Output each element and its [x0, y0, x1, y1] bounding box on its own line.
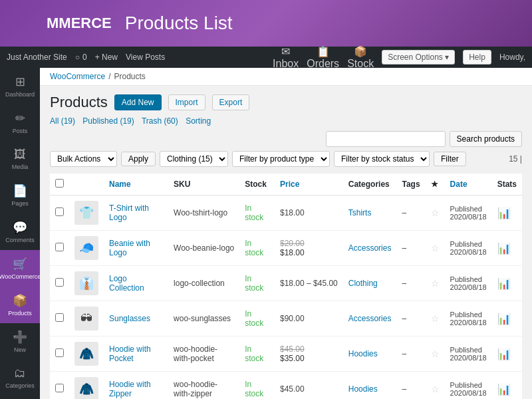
product-categories-cell[interactable]: Hoodies	[343, 336, 397, 372]
product-name-cell[interactable]: T-Shirt with Logo	[104, 196, 168, 231]
inbox-icon-group[interactable]: ✉ Inbox	[273, 45, 299, 70]
price-header[interactable]: Price	[275, 174, 343, 196]
product-name-cell[interactable]: Beanie with Logo	[104, 231, 168, 266]
product-type-select[interactable]: Filter by product type	[232, 151, 330, 167]
sidebar-item-dashboard[interactable]: ⊞ Dashboard	[0, 68, 40, 104]
name-header[interactable]: Name	[104, 174, 168, 196]
row-checkbox[interactable]	[55, 207, 64, 216]
sidebar-item-comments[interactable]: 💬 Comments	[0, 213, 40, 250]
name-sort-link[interactable]: Name	[109, 180, 131, 189]
sidebar-item-products[interactable]: 📦 Products	[0, 287, 40, 323]
product-featured-cell[interactable]: ☆	[426, 266, 445, 301]
row-checkbox[interactable]	[55, 348, 64, 357]
price-sort-link[interactable]: Price	[280, 180, 299, 189]
new-link[interactable]: + New	[95, 53, 118, 62]
product-name-link[interactable]: Hoodie with Pocket	[109, 344, 151, 363]
filter-button[interactable]: Filter	[434, 152, 466, 166]
row-checkbox-cell[interactable]	[50, 301, 69, 336]
sidebar-item-new[interactable]: ➕ New	[0, 323, 40, 360]
product-stats-cell[interactable]: 📊	[492, 196, 522, 231]
product-stats-cell[interactable]: 📊	[492, 266, 522, 301]
row-checkbox[interactable]	[55, 384, 64, 392]
product-featured-cell[interactable]: ☆	[426, 336, 445, 372]
bulk-actions-select[interactable]: Bulk Actions	[50, 151, 117, 167]
product-categories-cell[interactable]: Accessories	[343, 301, 397, 336]
category-link[interactable]: Accessories	[348, 314, 392, 323]
stock-status-select[interactable]: Filter by stock status	[334, 151, 430, 167]
view-posts-link[interactable]: View Posts	[126, 53, 165, 62]
sidebar-item-options[interactable]: ⚙ Options	[0, 396, 40, 399]
site-name[interactable]: Just Another Site	[7, 53, 67, 62]
add-new-button[interactable]: Add New	[114, 94, 162, 110]
category-filter-select[interactable]: Clothing (15)	[160, 151, 228, 167]
product-stats-cell[interactable]: 📊	[492, 301, 522, 336]
sidebar-item-pages[interactable]: 📄 Pages	[0, 177, 40, 213]
row-checkbox[interactable]	[55, 278, 64, 287]
filter-published[interactable]: Published (19)	[82, 116, 134, 126]
category-link[interactable]: Tshirts	[348, 208, 372, 217]
row-checkbox[interactable]	[55, 313, 64, 322]
date-header[interactable]: Date	[445, 174, 492, 196]
stats-bar-icon[interactable]: 📊	[497, 348, 511, 360]
product-featured-cell[interactable]: ☆	[426, 301, 445, 336]
orders-icon-group[interactable]: 📋 Orders	[307, 45, 339, 70]
category-link[interactable]: Clothing	[348, 279, 378, 288]
breadcrumb-woocommerce[interactable]: WooCommerce	[50, 72, 105, 81]
stock-icon-group[interactable]: 📦 Stock	[347, 45, 374, 70]
product-featured-cell[interactable]: ☆	[426, 231, 445, 266]
category-link[interactable]: Accessories	[348, 243, 392, 253]
stats-bar-icon[interactable]: 📊	[497, 207, 511, 219]
category-link[interactable]: Hoodies	[348, 349, 378, 358]
product-stats-cell[interactable]: 📊	[492, 372, 522, 400]
featured-star-icon[interactable]: ☆	[431, 384, 440, 394]
product-stats-cell[interactable]: 📊	[492, 336, 522, 372]
product-name-link[interactable]: Logo Collection	[109, 274, 144, 293]
featured-star-icon[interactable]: ☆	[431, 207, 440, 218]
filter-all[interactable]: All (19)	[50, 116, 75, 126]
product-name-cell[interactable]: Sunglasses	[104, 301, 168, 336]
product-name-link[interactable]: Hoodie with Zipper	[109, 380, 151, 398]
product-categories-cell[interactable]: Hoodies	[343, 372, 397, 400]
product-categories-cell[interactable]: Accessories	[343, 231, 397, 266]
sidebar-item-media[interactable]: 🖼 Media	[0, 141, 40, 177]
search-products-button[interactable]: Search products	[450, 131, 522, 147]
product-categories-cell[interactable]: Tshirts	[343, 196, 397, 231]
import-button[interactable]: Import	[168, 94, 205, 110]
product-stats-cell[interactable]: 📊	[492, 231, 522, 266]
filter-sorting[interactable]: Sorting	[186, 116, 211, 126]
row-checkbox-cell[interactable]	[50, 231, 69, 266]
stats-bar-icon[interactable]: 📊	[497, 243, 511, 254]
stats-bar-icon[interactable]: 📊	[497, 384, 511, 395]
search-input[interactable]	[326, 131, 446, 147]
notification-count[interactable]: ○ 0	[75, 53, 87, 62]
screen-options-button[interactable]: Screen Options ▾	[382, 50, 455, 65]
select-all-header[interactable]	[50, 174, 69, 196]
product-name-link[interactable]: Sunglasses	[109, 314, 150, 323]
row-checkbox-cell[interactable]	[50, 372, 69, 400]
row-checkbox[interactable]	[55, 243, 64, 251]
product-name-link[interactable]: Beanie with Logo	[109, 239, 150, 257]
date-sort-link[interactable]: Date	[450, 180, 467, 189]
product-categories-cell[interactable]: Clothing	[343, 266, 397, 301]
featured-star-icon[interactable]: ☆	[431, 313, 440, 324]
filter-trash[interactable]: Trash (60)	[142, 116, 178, 126]
stats-bar-icon[interactable]: 📊	[497, 313, 511, 325]
product-name-cell[interactable]: Hoodie with Zipper	[104, 372, 168, 400]
featured-star-icon[interactable]: ☆	[431, 243, 440, 253]
sidebar-item-woocommerce[interactable]: 🛒 WooCommerce	[0, 250, 40, 287]
sidebar-item-posts[interactable]: ✏ Posts	[0, 104, 40, 141]
featured-star-icon[interactable]: ☆	[431, 348, 440, 359]
stats-bar-icon[interactable]: 📊	[497, 278, 511, 289]
product-name-link[interactable]: T-Shirt with Logo	[109, 203, 149, 222]
product-featured-cell[interactable]: ☆	[426, 372, 445, 400]
row-checkbox-cell[interactable]	[50, 266, 69, 301]
category-link[interactable]: Hoodies	[348, 384, 378, 394]
product-name-cell[interactable]: Hoodie with Pocket	[104, 336, 168, 372]
row-checkbox-cell[interactable]	[50, 336, 69, 372]
select-all-checkbox[interactable]	[55, 179, 64, 188]
product-featured-cell[interactable]: ☆	[426, 196, 445, 231]
sidebar-item-categories[interactable]: 🗂 Categories	[0, 360, 40, 396]
featured-star-icon[interactable]: ☆	[431, 278, 440, 289]
row-checkbox-cell[interactable]	[50, 196, 69, 231]
product-name-cell[interactable]: Logo Collection	[104, 266, 168, 301]
